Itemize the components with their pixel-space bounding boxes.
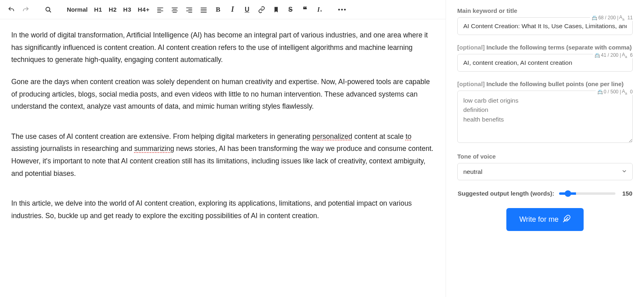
paragraph[interactable]: The use cases of AI content creation are… <box>11 130 434 180</box>
word-count-icon: Aa <box>622 89 627 95</box>
char-count: 68 / 200 | <box>598 15 618 21</box>
bullets-textarea[interactable] <box>457 91 633 143</box>
word-count: 11 <box>627 15 633 21</box>
write-for-me-button[interactable]: Write for me <box>506 208 584 231</box>
word-count: 6 <box>630 52 633 58</box>
char-count-icon: 📇 <box>594 53 600 58</box>
word-count-icon: Aa <box>619 14 624 21</box>
text: content at scale <box>352 132 405 140</box>
toolbar: Normal H1 H2 H3 H4+ B I U S ❝ Ix ••• <box>0 0 446 19</box>
editor-content[interactable]: In the world of digital transformation, … <box>0 19 446 297</box>
tone-label: Tone of voice <box>457 153 633 160</box>
align-justify-button[interactable] <box>198 4 209 15</box>
paragraph[interactable]: Gone are the days when content creation … <box>11 76 434 113</box>
svg-line-1 <box>49 10 51 12</box>
bookmark-button[interactable] <box>270 4 282 15</box>
format-normal[interactable]: Normal <box>65 4 89 15</box>
redo-button[interactable] <box>20 4 31 15</box>
underline-button[interactable]: U <box>242 4 253 15</box>
keyword-counter: 📇 68 / 200 | Aa 11 <box>590 14 633 21</box>
tone-select[interactable]: neutral <box>457 163 633 180</box>
format-h4plus[interactable]: H4+ <box>136 4 151 15</box>
length-value: 150 <box>620 190 632 197</box>
bold-button[interactable]: B <box>213 4 224 15</box>
blockquote-button[interactable]: ❝ <box>299 4 311 15</box>
terms-label: [optional] Include the following terms (… <box>457 44 633 51</box>
format-h1[interactable]: H1 <box>93 4 104 15</box>
more-button[interactable]: ••• <box>336 4 349 15</box>
char-count: 41 / 200 | <box>601 52 621 58</box>
bullets-label: [optional] Include the following bullet … <box>457 80 633 87</box>
spellcheck-mark[interactable]: to <box>406 132 412 140</box>
text: assisting journalists in researching and <box>11 144 134 153</box>
link-button[interactable] <box>256 4 267 15</box>
search-button[interactable] <box>43 4 54 15</box>
spellcheck-mark[interactable]: personalized <box>312 132 352 140</box>
clear-format-button[interactable]: Ix <box>314 4 325 15</box>
bullets-field-group: [optional] Include the following bullet … <box>457 80 633 144</box>
text: The use cases of AI content creation are… <box>11 132 312 140</box>
terms-counter: 📇 41 / 200 | Aa 6 <box>593 52 633 58</box>
bullets-counter: 📇 0 / 500 | Aa 0 <box>596 89 633 95</box>
bullets-label-text: Include the following bullet points (one… <box>485 80 623 87</box>
terms-field-group: [optional] Include the following terms (… <box>457 44 633 72</box>
write-button-label: Write for me <box>519 215 559 224</box>
terms-label-text: Include the following terms (separate wi… <box>485 44 632 51</box>
optional-tag: [optional] <box>457 44 485 51</box>
italic-button[interactable]: I <box>227 4 238 15</box>
keyword-label: Main keyword or title <box>457 7 633 14</box>
paragraph[interactable]: In this article, we delve into the world… <box>11 197 434 222</box>
settings-panel: Main keyword or title 📇 68 / 200 | Aa 11… <box>446 0 644 297</box>
align-center-button[interactable] <box>169 4 180 15</box>
word-count: 0 <box>630 89 633 95</box>
char-count-icon: 📇 <box>597 89 603 95</box>
length-label: Suggested output length (words): <box>458 190 554 197</box>
length-slider-row: Suggested output length (words): 150 <box>457 190 633 197</box>
editor-area: Normal H1 H2 H3 H4+ B I U S ❝ Ix ••• I <box>0 0 446 297</box>
word-count-icon: Aa <box>622 52 627 58</box>
feather-icon <box>563 214 571 225</box>
length-slider[interactable] <box>559 192 615 195</box>
optional-tag: [optional] <box>457 80 485 87</box>
keyword-field-group: Main keyword or title 📇 68 / 200 | Aa 11 <box>457 7 633 35</box>
paragraph[interactable]: In the world of digital transformation, … <box>11 29 434 66</box>
char-count: 0 / 500 | <box>604 89 621 95</box>
format-h2[interactable]: H2 <box>107 4 118 15</box>
char-count-icon: 📇 <box>592 15 597 21</box>
strikethrough-button[interactable]: S <box>285 4 296 15</box>
align-left-button[interactable] <box>155 4 166 15</box>
format-h3[interactable]: H3 <box>122 4 133 15</box>
align-right-button[interactable] <box>184 4 195 15</box>
tone-field-group: Tone of voice neutral <box>457 153 633 180</box>
spellcheck-mark[interactable]: summarizing <box>134 144 174 153</box>
undo-button[interactable] <box>6 4 17 15</box>
